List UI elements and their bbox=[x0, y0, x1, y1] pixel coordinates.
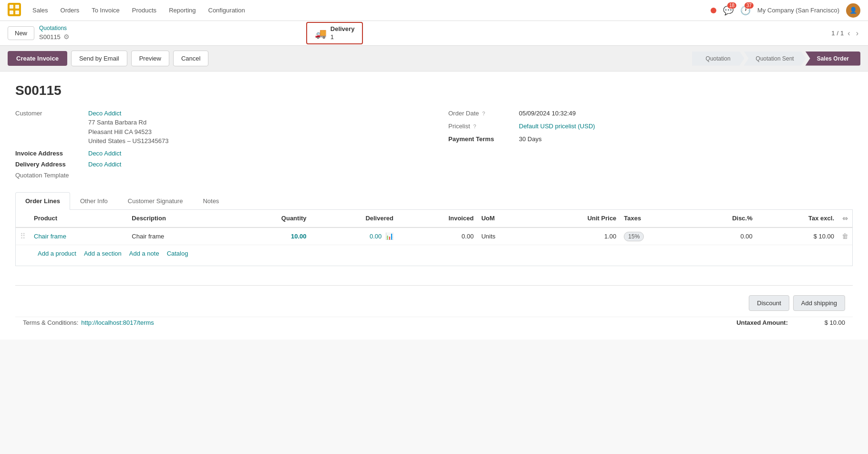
col-invoiced: Invoiced bbox=[397, 210, 477, 227]
warning-icon: 📊 bbox=[385, 232, 393, 240]
quotation-template-label: Quotation Template bbox=[15, 172, 84, 179]
top-nav: Sales Orders To Invoice Products Reporti… bbox=[0, 0, 868, 21]
add-section-link[interactable]: Add a section bbox=[84, 250, 122, 257]
col-drag bbox=[16, 210, 30, 227]
svg-rect-0 bbox=[8, 3, 21, 16]
logo[interactable] bbox=[8, 3, 21, 18]
terms-label: Terms & Conditions: bbox=[23, 319, 78, 326]
delivery-info: Delivery 1 bbox=[331, 25, 355, 41]
main-content: S00115 Customer Deco Addict 77 Santa Bar… bbox=[0, 72, 868, 340]
resize-handle-icon[interactable]: ⇔ bbox=[842, 215, 848, 222]
order-lines-table: Product Description Quantity Delivered I… bbox=[16, 210, 852, 245]
quantity-cell[interactable]: 10.00 bbox=[230, 227, 310, 245]
catalog-link[interactable]: Catalog bbox=[167, 250, 188, 257]
description-cell: Chair frame bbox=[128, 227, 230, 245]
unit-price-cell[interactable]: 1.00 bbox=[531, 227, 620, 245]
company-name: My Company (San Francisco) bbox=[757, 7, 839, 14]
invoice-address-value[interactable]: Deco Addict bbox=[88, 150, 121, 157]
terms-link[interactable]: http://localhost:8017/terms bbox=[81, 319, 154, 326]
uom-cell[interactable]: Units bbox=[477, 227, 531, 245]
pricelist-label: Pricelist ? bbox=[448, 123, 515, 130]
nav-right: 💬 18 🕐 37 My Company (San Francisco) 👤 bbox=[711, 3, 860, 18]
taxes-cell[interactable]: 15% bbox=[620, 227, 688, 245]
tax-excl-cell: $ 10.00 bbox=[756, 227, 838, 245]
nav-item-reporting[interactable]: Reporting bbox=[163, 4, 201, 17]
status-pipeline: Quotation Quotation Sent Sales Order bbox=[692, 52, 860, 66]
svg-rect-1 bbox=[10, 5, 13, 9]
preview-button[interactable]: Preview bbox=[131, 51, 169, 66]
pricelist-hint[interactable]: ? bbox=[473, 124, 476, 129]
col-description: Description bbox=[128, 210, 230, 227]
status-step-order[interactable]: Sales Order bbox=[806, 52, 860, 66]
nav-item-sales[interactable]: Sales bbox=[27, 4, 54, 17]
create-invoice-button[interactable]: Create Invoice bbox=[8, 51, 67, 66]
terms-container: Terms & Conditions: http://localhost:801… bbox=[23, 319, 154, 326]
tab-customer-signature[interactable]: Customer Signature bbox=[118, 192, 193, 209]
chat-button[interactable]: 💬 18 bbox=[723, 5, 734, 16]
avatar[interactable]: 👤 bbox=[846, 3, 860, 18]
col-taxes: Taxes bbox=[620, 210, 688, 227]
status-step-quotation[interactable]: Quotation bbox=[692, 52, 744, 66]
delivery-badge[interactable]: 🚚 Delivery 1 bbox=[306, 22, 363, 45]
pricelist-value[interactable]: Default USD pricelist (USD) bbox=[519, 123, 595, 130]
breadcrumb: Quotations S00115 ⚙ bbox=[39, 24, 70, 41]
order-date-hint[interactable]: ? bbox=[482, 111, 485, 116]
order-lines-panel: Product Description Quantity Delivered I… bbox=[15, 210, 853, 266]
payment-terms-field: Payment Terms 30 Days bbox=[448, 135, 853, 143]
bottom-section: Discount Add shipping Terms & Conditions… bbox=[15, 285, 853, 328]
page-total: 1 bbox=[840, 30, 844, 37]
delivery-address-label: Delivery Address bbox=[15, 161, 84, 168]
customer-name-link[interactable]: Deco Addict bbox=[88, 110, 168, 117]
add-product-link[interactable]: Add a product bbox=[38, 250, 76, 257]
svg-rect-3 bbox=[10, 10, 13, 14]
discount-shipping-row: Discount Add shipping bbox=[15, 289, 853, 317]
product-cell[interactable]: Chair frame bbox=[30, 227, 128, 245]
col-quantity: Quantity bbox=[230, 210, 310, 227]
drag-handle[interactable]: ⠿ bbox=[16, 227, 30, 245]
clock-badge: 37 bbox=[744, 2, 754, 9]
add-shipping-button[interactable]: Add shipping bbox=[793, 295, 845, 311]
invoice-address-label: Invoice Address bbox=[15, 150, 84, 157]
settings-icon[interactable]: ⚙ bbox=[63, 32, 70, 42]
nav-item-toinvoice[interactable]: To Invoice bbox=[86, 4, 125, 17]
customer-value: Deco Addict 77 Santa Barbara Rd Pleasant… bbox=[88, 110, 168, 146]
discount-cell[interactable]: 0.00 bbox=[688, 227, 756, 245]
new-button[interactable]: New bbox=[8, 26, 34, 40]
delivered-value: 0.00 bbox=[370, 233, 382, 240]
nav-item-orders[interactable]: Orders bbox=[55, 4, 85, 17]
pricelist-field: Pricelist ? Default USD pricelist (USD) bbox=[448, 123, 853, 130]
svg-rect-4 bbox=[15, 10, 19, 14]
breadcrumb-parent[interactable]: Quotations bbox=[39, 24, 70, 32]
delivery-address-value[interactable]: Deco Addict bbox=[88, 161, 121, 168]
page-next-icon[interactable]: › bbox=[854, 28, 860, 39]
delete-cell[interactable]: 🗑 bbox=[838, 227, 852, 245]
untaxed-value: $ 10.00 bbox=[807, 319, 845, 326]
delete-icon[interactable]: 🗑 bbox=[842, 232, 848, 240]
add-note-link[interactable]: Add a note bbox=[129, 250, 159, 257]
add-actions-row: Add a product Add a section Add a note C… bbox=[16, 245, 852, 262]
svg-rect-2 bbox=[15, 5, 19, 9]
status-dot bbox=[711, 8, 716, 13]
action-bar: Create Invoice Send by Email Preview Can… bbox=[0, 46, 868, 72]
discount-button[interactable]: Discount bbox=[749, 295, 789, 311]
col-resize: ⇔ bbox=[838, 210, 852, 227]
status-step-sent[interactable]: Quotation Sent bbox=[744, 52, 806, 66]
chat-badge: 18 bbox=[727, 2, 736, 9]
nav-item-products[interactable]: Products bbox=[126, 4, 162, 17]
record-title: S00115 bbox=[15, 83, 853, 98]
payment-terms-value[interactable]: 30 Days bbox=[519, 135, 542, 143]
cancel-button[interactable]: Cancel bbox=[173, 51, 208, 66]
col-delivered: Delivered bbox=[310, 210, 397, 227]
send-by-email-button[interactable]: Send by Email bbox=[71, 51, 127, 66]
clock-button[interactable]: 🕐 37 bbox=[740, 5, 751, 16]
nav-items: Sales Orders To Invoice Products Reporti… bbox=[27, 4, 251, 17]
tab-notes[interactable]: Notes bbox=[193, 192, 229, 209]
col-uom: UoM bbox=[477, 210, 531, 227]
page-prev-icon[interactable]: ‹ bbox=[846, 28, 852, 39]
avatar-initials: 👤 bbox=[849, 7, 857, 14]
nav-item-configuration[interactable]: Configuration bbox=[203, 4, 251, 17]
delivered-cell: 0.00 📊 bbox=[310, 227, 397, 245]
tab-other-info[interactable]: Other Info bbox=[70, 192, 118, 209]
order-date-value: 05/09/2024 10:32:49 bbox=[519, 110, 576, 117]
tab-order-lines[interactable]: Order Lines bbox=[15, 192, 70, 210]
